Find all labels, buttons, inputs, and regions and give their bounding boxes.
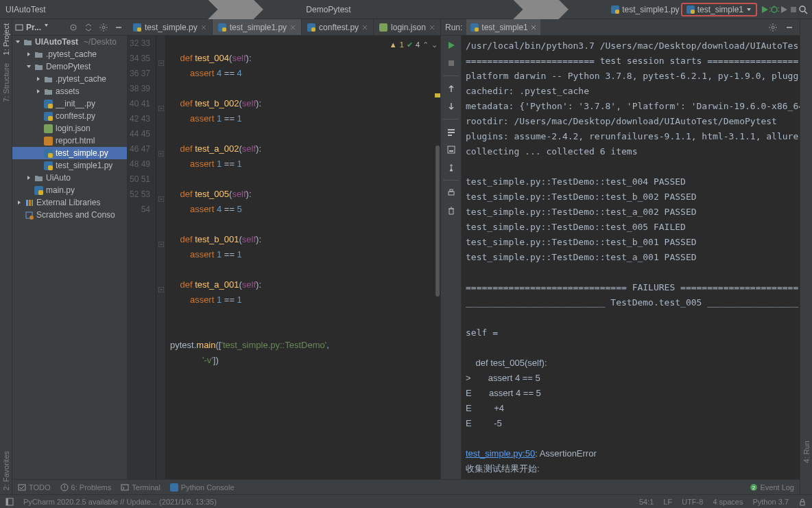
svg-rect-21 [48, 116, 53, 121]
close-icon[interactable] [429, 25, 435, 30]
caret-pos[interactable]: 54:1 [639, 498, 654, 506]
tree-item[interactable]: External Libraries [12, 196, 127, 209]
tool-run[interactable]: 4: Run [802, 441, 811, 463]
file-icon [307, 23, 315, 32]
debug-button[interactable] [769, 2, 779, 17]
tree-item[interactable]: .pytest_cache [12, 48, 127, 60]
close-icon[interactable] [290, 25, 296, 30]
indent[interactable]: 4 spaces [713, 498, 743, 506]
project-panel-title[interactable]: Pr... [15, 23, 52, 32]
breadcrumb-2[interactable]: test_simple1.py [610, 5, 680, 14]
code-area[interactable]: def test_004(self): assert 4 == 4 def te… [166, 36, 440, 494]
editor-problem-badges[interactable]: ▲1 ✔4 ⌃ ⌄ [390, 37, 438, 52]
editor-tab[interactable]: conftest.py [302, 19, 374, 35]
tree-item[interactable]: test_simple.py [12, 147, 127, 159]
run-with-coverage-button[interactable] [779, 2, 789, 17]
fold-minus-icon[interactable] [158, 287, 164, 292]
todo-tool[interactable]: TODO [18, 483, 51, 492]
run-config-selector[interactable]: test_simple1 [681, 3, 757, 16]
svg-rect-22 [44, 124, 53, 133]
tree-item[interactable]: main.py [12, 184, 127, 196]
tree-item[interactable]: __init__.py [12, 97, 127, 110]
tree-item[interactable]: conftest.py [12, 110, 127, 122]
run-tab[interactable]: test_simple1 [466, 19, 540, 35]
code-editor[interactable]: 32 33 34 35 36 37 38 39 40 41 42 43 44 4… [128, 36, 440, 494]
tool-windows-icon[interactable] [5, 498, 14, 506]
svg-point-11 [800, 6, 805, 12]
print-button[interactable] [444, 186, 458, 200]
svg-rect-75 [6, 498, 8, 505]
tree-item[interactable]: login.json [12, 122, 127, 135]
project-tree[interactable]: UIAutoTest ~/Deskto .pytest_cacheDemoPyt… [12, 36, 128, 494]
tree-item[interactable]: report.html [12, 135, 127, 147]
run-button[interactable] [760, 2, 769, 17]
settings-gear-icon[interactable] [767, 21, 779, 34]
fold-minus-icon[interactable] [158, 151, 164, 157]
close-icon[interactable] [531, 25, 536, 30]
tool-project[interactable]: 1: Project [2, 23, 10, 55]
right-tool-rail: 4: Run [800, 19, 812, 494]
svg-rect-76 [800, 502, 804, 505]
console-link[interactable]: test_simple.py:50 [466, 448, 535, 459]
svg-rect-25 [48, 153, 53, 158]
soft-wrap-button[interactable] [444, 125, 458, 139]
svg-rect-32 [32, 200, 33, 206]
bottom-tool-strip: TODO 6: Problems Terminal Python Console… [12, 479, 800, 494]
folder-icon [23, 38, 32, 47]
chevron-up-icon[interactable]: ⌃ [422, 37, 429, 52]
svg-rect-41 [379, 23, 387, 32]
event-log-button[interactable]: 2Event Log [750, 483, 794, 492]
breadcrumb-1[interactable]: DemoPytest [304, 5, 352, 14]
breadcrumb-0[interactable]: UIAutoTest [4, 5, 47, 14]
tree-item[interactable]: DemoPytest [12, 60, 127, 73]
tree-item-label: DemoPytest [46, 62, 91, 71]
editor-scrollbar[interactable] [435, 36, 440, 494]
fold-minus-icon[interactable] [158, 60, 164, 66]
status-message[interactable]: PyCharm 2020.2.5 available // Update... … [23, 498, 217, 506]
editor-tab[interactable]: test_simple1.py [213, 19, 302, 35]
line-number-gutter: 32 33 34 35 36 37 38 39 40 41 42 43 44 4… [128, 36, 156, 494]
close-icon[interactable] [201, 25, 206, 30]
step-up-button[interactable] [444, 82, 458, 95]
svg-rect-3 [691, 10, 695, 14]
tree-item[interactable]: UiAuto [12, 172, 127, 184]
fold-minus-icon[interactable] [158, 106, 164, 111]
lock-icon[interactable] [798, 498, 807, 506]
fold-minus-icon[interactable] [158, 196, 164, 202]
editor-tab[interactable]: test_simple.py [128, 19, 213, 35]
close-icon[interactable] [362, 25, 368, 30]
console-output[interactable]: /usr/local/bin/python3.7 /Users/mac/Desk… [462, 36, 800, 494]
tree-item[interactable]: test_simple1.py [12, 159, 127, 172]
svg-rect-55 [475, 27, 479, 32]
fold-minus-icon[interactable] [158, 242, 164, 247]
stop-button[interactable] [444, 56, 458, 70]
scroll-to-end-button[interactable] [444, 143, 458, 157]
tool-structure[interactable]: 7: Structure [2, 63, 10, 102]
tree-item[interactable]: assets [12, 85, 127, 97]
settings-gear-icon[interactable] [97, 21, 110, 34]
file-icon [34, 174, 43, 183]
delete-button[interactable] [444, 204, 458, 218]
problems-tool[interactable]: 6: Problems [60, 483, 112, 492]
search-everywhere-button[interactable] [798, 2, 808, 17]
expand-all-button[interactable] [82, 21, 95, 34]
stop-button[interactable] [789, 2, 798, 17]
tool-favorites[interactable]: 2: Favorites [2, 451, 10, 490]
tree-item-label: UiAuto [46, 173, 71, 183]
terminal-tool[interactable]: Terminal [121, 483, 160, 492]
tree-root[interactable]: UIAutoTest ~/Deskto [12, 36, 127, 48]
line-sep[interactable]: LF [663, 498, 672, 506]
step-down-button[interactable] [444, 100, 458, 113]
tree-item[interactable]: .pytest_cache [12, 73, 127, 85]
hide-panel-button[interactable] [783, 21, 796, 34]
svg-rect-61 [448, 135, 452, 136]
encoding[interactable]: UTF-8 [682, 498, 703, 506]
editor-tab[interactable]: login.json [374, 19, 440, 35]
python-console-tool[interactable]: Python Console [170, 483, 235, 492]
rerun-button[interactable] [444, 38, 458, 52]
tree-item[interactable]: Scratches and Conso [12, 209, 127, 221]
interpreter[interactable]: Python 3.7 [752, 498, 789, 506]
pin-button[interactable] [444, 161, 458, 174]
hide-panel-button[interactable] [112, 21, 125, 34]
locate-file-button[interactable] [67, 21, 80, 34]
